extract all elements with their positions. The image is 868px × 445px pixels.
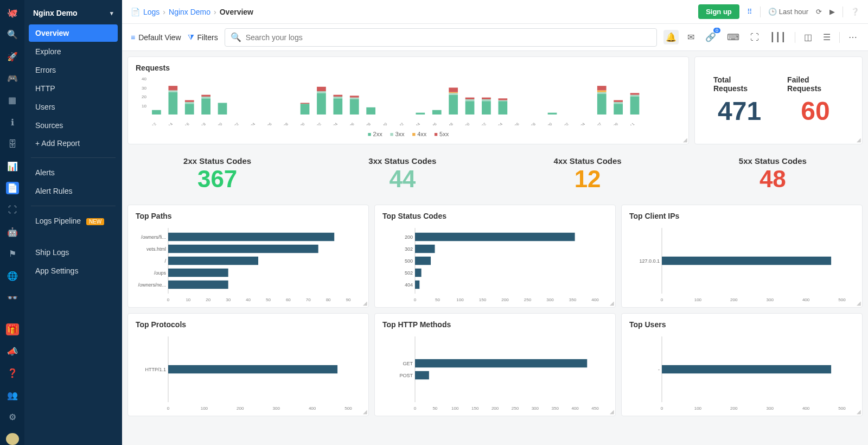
resize-handle-icon[interactable]: ◢ (363, 300, 367, 306)
mail-icon[interactable]: ✉ (685, 30, 697, 44)
filter-icon: ⧩ (188, 33, 194, 42)
svg-text:0: 0 (414, 406, 417, 411)
svg-text:05:46: 05:46 (428, 122, 437, 125)
status-value: 12 (506, 166, 670, 193)
status-label: 5xx Status Codes (691, 156, 855, 166)
resize-handle-icon[interactable]: ◢ (363, 409, 367, 415)
svg-text:300: 300 (546, 297, 554, 302)
file-icon: 📄 (131, 8, 140, 16)
svg-text:100: 100 (201, 406, 208, 411)
resize-handle-icon[interactable]: ◢ (857, 137, 861, 143)
search-input[interactable] (246, 33, 651, 42)
stack-icon[interactable]: 👓 (6, 291, 19, 303)
search-icon[interactable]: 🔍 (6, 28, 19, 40)
link-icon[interactable]: 🔗0 (703, 30, 718, 44)
kpi-value: 471 (718, 96, 761, 126)
resize-handle-icon[interactable]: ◢ (610, 300, 614, 306)
svg-rect-10 (185, 104, 194, 115)
refresh-icon[interactable]: ⟳ (816, 8, 822, 16)
avatar-icon[interactable] (6, 433, 19, 445)
bars-icon[interactable]: ┃┃┃ (768, 30, 788, 44)
resize-handle-icon[interactable]: ◢ (683, 137, 687, 143)
info-icon[interactable]: ℹ (6, 116, 19, 128)
sidebar-item-users[interactable]: Users (29, 98, 118, 116)
sidebar-item-http[interactable]: HTTP (29, 80, 118, 97)
top-paths-chart: /owners/fi...vets.html//oups/owners/ne..… (136, 225, 353, 303)
svg-text:400: 400 (591, 297, 599, 302)
list-view-icon[interactable]: ☰ (821, 30, 833, 44)
panel-title: Top Paths (136, 212, 361, 220)
svg-rect-50 (449, 88, 458, 92)
focus-icon[interactable]: ⛶ (6, 204, 19, 216)
status-3xx: 3xx Status Codes 44 (312, 150, 492, 199)
svg-text:200: 200 (501, 297, 509, 302)
archive-icon[interactable]: 🗄 (6, 138, 19, 150)
sidebar-item-errors[interactable]: Errors (29, 61, 118, 79)
split-view-icon[interactable]: ◫ (802, 30, 814, 44)
svg-rect-45 (432, 110, 442, 115)
svg-text:127.0.0.1: 127.0.0.1 (639, 258, 660, 264)
more-icon[interactable]: ⋯ (846, 30, 859, 44)
sidebar-item-ship-logs[interactable]: Ship Logs (29, 244, 118, 261)
grid-icon[interactable]: ▦ (6, 94, 19, 106)
terminal-icon[interactable]: ⌨ (725, 30, 742, 44)
time-range-picker[interactable]: 🕒 Last hour (768, 8, 808, 16)
team-icon[interactable]: 👥 (6, 389, 19, 401)
globe-icon[interactable]: 🌐 (6, 270, 19, 282)
flag-icon[interactable]: ⚑ (6, 247, 19, 259)
sidebar-header[interactable]: Nginx Demo ▾ (29, 7, 118, 24)
svg-text:HTTP/1.1: HTTP/1.1 (145, 367, 166, 372)
signup-button[interactable]: Sign up (698, 4, 739, 19)
fullscreen-icon[interactable]: ⛶ (748, 30, 761, 44)
svg-rect-134 (168, 365, 337, 373)
svg-rect-71 (597, 92, 607, 94)
default-view-dropdown[interactable]: ≡ Default View (131, 33, 181, 42)
gift-icon[interactable]: 🎁 (6, 323, 19, 335)
play-icon[interactable]: ▶ (829, 8, 835, 16)
sidebar: Nginx Demo ▾ Overview Explore Errors HTT… (24, 0, 122, 445)
resize-handle-icon[interactable]: ◢ (857, 300, 861, 306)
octopus-logo-icon[interactable]: 🐙 (6, 7, 19, 18)
top-status-codes-chart: 200302500502404050100150200250300350400 (382, 225, 599, 303)
resize-handle-icon[interactable]: ◢ (857, 409, 861, 415)
gear-icon[interactable]: ⚙ (6, 411, 19, 423)
sidebar-item-overview[interactable]: Overview (29, 24, 118, 42)
svg-text:06:02: 06:02 (560, 122, 569, 125)
svg-text:05:40: 05:40 (378, 122, 387, 125)
svg-text:200: 200 (405, 234, 413, 240)
filters-button[interactable]: ⧩ Filters (188, 33, 218, 42)
breadcrumb-nginx[interactable]: Nginx Demo (169, 8, 210, 16)
sidebar-item-app-settings[interactable]: App Settings (29, 262, 118, 279)
megaphone-icon[interactable]: 📣 (6, 345, 19, 357)
chart-icon[interactable]: 📊 (6, 160, 19, 172)
kpi-panel: Total Requests 471 Failed Requests 60 ◢ (694, 56, 863, 144)
svg-rect-111 (415, 269, 422, 277)
svg-text:300: 300 (767, 297, 774, 302)
robot-icon[interactable]: 🤖 (6, 226, 19, 238)
svg-rect-158 (662, 365, 831, 373)
sidebar-item-logs-pipeline[interactable]: Logs Pipeline NEW (29, 212, 118, 230)
bell-icon[interactable]: 🔔 (663, 30, 679, 44)
svg-rect-37 (350, 96, 359, 97)
svg-text:10: 10 (186, 297, 190, 302)
dashboard-grid-icon[interactable]: ⠿ (747, 8, 752, 16)
svg-rect-49 (449, 92, 458, 93)
top-users-panel: Top Users -0100200300400500 ◢ (621, 313, 863, 416)
svg-text:05:16: 05:16 (181, 122, 190, 125)
search-box[interactable]: 🔍 (225, 28, 657, 47)
help-icon[interactable]: ❓ (6, 367, 19, 379)
sidebar-item-alert-rules[interactable]: Alert Rules (29, 182, 118, 200)
sidebar-item-sources[interactable]: Sources (29, 117, 118, 134)
help-icon[interactable]: ❔ (851, 8, 859, 16)
sidebar-item-alerts[interactable]: Alerts (29, 164, 118, 181)
resize-handle-icon[interactable]: ◢ (610, 409, 614, 415)
svg-rect-35 (350, 99, 359, 115)
file-icon[interactable]: 📄 (6, 182, 19, 194)
sidebar-item-explore[interactable]: Explore (29, 43, 118, 60)
svg-rect-145 (415, 371, 429, 379)
rocket-icon[interactable]: 🚀 (6, 50, 19, 62)
breadcrumb-logs[interactable]: Logs (143, 8, 159, 16)
svg-text:40: 40 (142, 77, 146, 81)
add-report-button[interactable]: Add Report (29, 135, 118, 152)
octopus-icon[interactable]: 🎮 (6, 72, 19, 84)
